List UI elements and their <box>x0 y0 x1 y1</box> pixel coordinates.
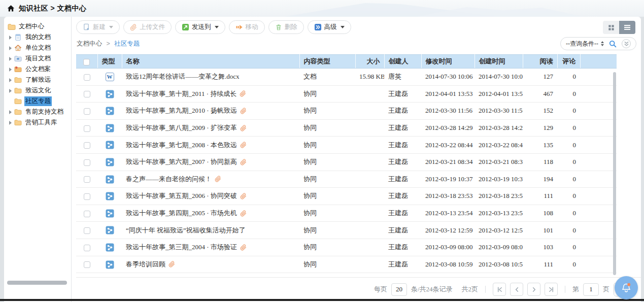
expand-arrow-icon[interactable] <box>9 36 12 40</box>
row-checkbox[interactable] <box>84 261 90 268</box>
row-checkbox[interactable] <box>84 142 90 149</box>
sidebar-item[interactable]: 公文档案 <box>4 64 71 75</box>
table-row[interactable]: W 致远十年故事_第九期_2010 · 扬帆致远 <box>76 103 617 120</box>
document-name-link[interactable]: 致远十年故事_第八期_2009 · 扩张变革 <box>126 123 237 132</box>
document-name-link[interactable]: 致远十年故事_第七期_2008 · 本色致远 <box>126 141 237 150</box>
sidebar-item[interactable]: 致远文化 <box>4 85 71 96</box>
home-icon[interactable] <box>7 5 15 12</box>
sidebar-item[interactable]: 我的文档 <box>4 32 71 43</box>
cell-spacer <box>580 119 617 137</box>
row-checkbox[interactable] <box>84 245 90 251</box>
table-row[interactable]: W 致远十年故事_第三期_2004 · 市场验证 <box>76 239 617 256</box>
select-stepper-icon <box>601 41 604 46</box>
folder-icon <box>14 87 22 94</box>
sidebar-item[interactable]: 单位文档 <box>4 43 71 53</box>
document-name-link[interactable]: 春季培训回顾 <box>126 260 165 269</box>
sidebar-item-label[interactable]: 公文档案 <box>24 64 52 74</box>
document-name-link[interactable]: 致远12周年老徐讲话——变革之舞.docx <box>126 72 240 81</box>
expand-arrow-icon[interactable] <box>9 78 12 82</box>
sidebar-item-label[interactable]: 我的文档 <box>24 32 52 42</box>
sidebar-item[interactable]: 社区专题 <box>4 96 71 107</box>
expand-arrow-icon[interactable] <box>9 68 12 72</box>
col-header-reads: 阅读 <box>523 55 557 69</box>
sidebar-item-label[interactable]: 项目文档 <box>24 54 52 63</box>
cell-comments: 0 <box>557 205 580 222</box>
upload-file-button[interactable]: 上传文件 <box>123 20 172 34</box>
sidebar-item-label[interactable]: 单位文档 <box>24 43 52 53</box>
document-name-link[interactable]: 致远十年故事_第四期_2005 · 市场先机 <box>126 209 237 218</box>
expand-arrow-icon[interactable] <box>9 89 12 93</box>
list-view-button[interactable] <box>619 21 635 34</box>
expand-arrow-icon[interactable] <box>9 121 12 125</box>
table-row[interactable]: W 致远12周年老徐讲话——变革之舞.docx <box>76 69 617 86</box>
table-row[interactable]: W 春之声——来自老徐的问候！ <box>76 171 617 188</box>
table-row[interactable]: W 致远十年故事_第四期_2005 · 市场先机 <box>76 205 617 222</box>
first-page-button[interactable] <box>493 283 506 296</box>
notification-bell-button[interactable] <box>615 276 638 299</box>
advanced-button[interactable]: 高级 <box>308 20 351 34</box>
table-row[interactable]: W 致远十年故事_第八期_2009 · 扩张变革 <box>76 119 617 137</box>
cell-content-type: 协同 <box>299 137 355 154</box>
sidebar-item-label[interactable]: 社区专题 <box>24 96 52 106</box>
move-button[interactable]: 移动 <box>229 20 265 34</box>
cell-modified-time: 2012-03-19 10:37 <box>421 171 474 188</box>
expand-arrow-icon[interactable] <box>9 57 12 61</box>
document-name-link[interactable]: 致远十年故事_第三期_2004 · 市场验证 <box>126 243 237 252</box>
expand-arrow-icon[interactable] <box>9 46 12 50</box>
table-row[interactable]: W 致远十年故事_第五期_2006 · 协同突破 <box>76 188 617 205</box>
collab-file-icon <box>106 260 114 269</box>
table-row[interactable]: W 致远十年故事_第十期_2011 · 持续成长 <box>76 85 617 103</box>
row-checkbox[interactable] <box>84 227 90 234</box>
document-name-link[interactable]: 致远十年故事_第十期_2011 · 持续成长 <box>126 89 236 98</box>
table-row[interactable]: W 致远十年故事_第六期_2007 · 协同新高 <box>76 153 617 171</box>
sidebar-item-label[interactable]: 营销工具库 <box>24 118 58 127</box>
document-name-link[interactable]: “同庆十年 祝福致远”祝福收集活动开始了 <box>126 226 246 235</box>
sidebar-item-root[interactable]: 文档中心 <box>4 21 71 32</box>
filter-select[interactable]: --查询条件-- <box>566 40 604 48</box>
sidebar-horizontal-scrollbar[interactable] <box>7 281 67 285</box>
cell-modified-time: 2012-03-13 23:54 <box>421 205 474 222</box>
cell-comments: 0 <box>557 137 580 154</box>
send-to-button[interactable]: 发送到 <box>175 20 225 34</box>
document-name-link[interactable]: 致远十年故事_第九期_2010 · 扬帆致远 <box>126 106 237 115</box>
breadcrumb-parent[interactable]: 文档中心 <box>77 40 102 47</box>
expand-arrow-icon[interactable] <box>9 110 12 114</box>
per-page-input[interactable] <box>391 283 407 296</box>
delete-button[interactable]: 删除 <box>268 20 304 34</box>
sidebar-item-label[interactable]: 致远文化 <box>24 86 52 95</box>
cell-content-type: 协同 <box>299 153 355 171</box>
row-checkbox[interactable] <box>84 176 90 183</box>
sidebar-item-label[interactable]: 了解致远 <box>24 75 52 85</box>
sidebar-item[interactable]: 了解致远 <box>4 75 71 85</box>
expand-search-options-button[interactable] <box>622 39 631 48</box>
new-button[interactable]: 新建 <box>76 20 120 34</box>
prev-page-button[interactable] <box>510 283 523 296</box>
row-checkbox[interactable] <box>84 108 90 115</box>
prev-page-icon <box>514 286 520 293</box>
row-checkbox[interactable] <box>84 91 90 97</box>
grid-view-button[interactable] <box>603 21 619 34</box>
select-all-checkbox[interactable] <box>83 59 90 65</box>
table-row[interactable]: W “同庆十年 祝福致远”祝福收集活动开始了 <box>76 222 617 239</box>
row-checkbox[interactable] <box>84 74 90 81</box>
table-row[interactable]: W 春季培训回顾 <box>76 256 617 273</box>
row-checkbox[interactable] <box>84 159 90 166</box>
sidebar-item[interactable]: 售前支持文档 <box>4 107 71 117</box>
sidebar-item[interactable]: 项目文档 <box>4 53 71 64</box>
row-checkbox[interactable] <box>84 211 90 217</box>
next-page-button[interactable] <box>527 283 540 296</box>
cell-spacer <box>580 153 617 171</box>
row-checkbox[interactable] <box>84 125 90 132</box>
row-checkbox[interactable] <box>84 193 90 200</box>
search-icon[interactable] <box>608 40 617 48</box>
page-number-input[interactable] <box>583 283 599 296</box>
document-name-link[interactable]: 致远十年故事_第六期_2007 · 协同新高 <box>126 157 237 166</box>
sidebar-item-label[interactable]: 售前支持文档 <box>24 107 64 117</box>
table-row[interactable]: W 致远十年故事_第七期_2008 · 本色致远 <box>76 137 617 154</box>
sidebar-item[interactable]: 营销工具库 <box>4 117 71 128</box>
document-name-link[interactable]: 致远十年故事_第五期_2006 · 协同突破 <box>126 191 237 200</box>
cell-modified-time: 2012-03-28 14:29 <box>421 119 474 137</box>
last-page-button[interactable] <box>545 283 558 296</box>
document-name-link[interactable]: 春之声——来自老徐的问候！ <box>126 175 212 184</box>
table-vertical-scrollbar[interactable] <box>613 72 616 275</box>
